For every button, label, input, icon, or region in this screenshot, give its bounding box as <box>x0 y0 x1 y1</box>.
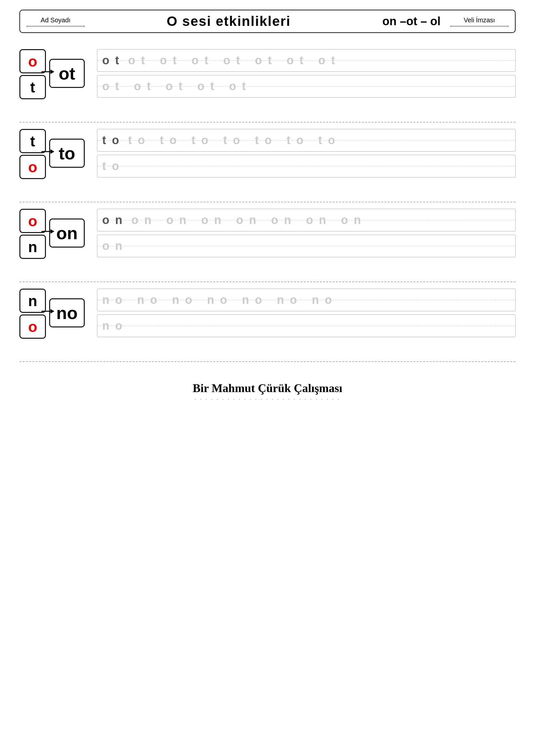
line-no-2: no <box>97 314 516 337</box>
separator-2 <box>19 202 516 202</box>
separator-3 <box>19 282 516 282</box>
tile-ot: ot <box>49 59 85 88</box>
lines-no: no no no no no no no no <box>97 289 516 337</box>
tile-no: no <box>49 298 85 327</box>
veli-label: Veli İmzası <box>450 16 508 24</box>
tile-on: on <box>49 219 85 248</box>
section-no: n o no no no no no no no no no <box>19 289 516 348</box>
lines-to: to to to to to to to to to <box>97 129 516 177</box>
line-on-1-traced: on on on on on on on <box>131 213 367 227</box>
tile-to: to <box>49 139 85 168</box>
line-to-2-traced: to <box>102 159 125 173</box>
line-on-2-traced: on <box>102 239 128 253</box>
arrow-on <box>42 227 54 236</box>
line-ot-1-solid: ot <box>102 54 125 67</box>
line-on-1: on on on on on on on on <box>97 209 516 231</box>
ad-soyadi-label: Ad Soyadı <box>27 16 85 24</box>
line-ot-2: ot ot ot ot ot <box>97 75 516 97</box>
line-ot-1-traced: ot ot ot ot ot ot ot <box>128 54 341 67</box>
section-to: t o to to to to to to to to to to <box>19 129 516 189</box>
line-no-1: no no no no no no no <box>97 289 516 311</box>
line-no-1-traced: no no no no no no no <box>102 293 338 307</box>
puzzle-no: n o no <box>19 289 87 348</box>
line-to-1: to to to to to to to to <box>97 129 516 151</box>
puzzle-on: o n on <box>19 209 87 269</box>
svg-marker-3 <box>50 149 54 154</box>
ad-soyadi-dots <box>27 25 85 26</box>
separator-1 <box>19 122 516 122</box>
section-on: o n on on on on on on on on on on <box>19 209 516 269</box>
footer-text: Bir Mahmut Çürük Çalışması <box>19 381 516 395</box>
svg-marker-7 <box>50 309 54 313</box>
veli-imza: Veli İmzası <box>450 16 508 26</box>
line-on-1-solid: on <box>102 213 128 227</box>
header-left: Ad Soyadı <box>27 16 85 26</box>
line-no-2-traced: no <box>102 319 128 333</box>
tile-t-bottom: t <box>19 75 46 99</box>
line-to-1-solid: to <box>102 133 125 147</box>
page-header: Ad Soyadı O sesi etkinlikleri on –ot – o… <box>19 10 516 33</box>
separator-4 <box>19 361 516 362</box>
line-to-2: to <box>97 155 516 177</box>
section-ot: o t ot ot ot ot ot ot ot ot ot ot ot ot … <box>19 49 516 109</box>
line-to-1-traced: to to to to to to to <box>128 133 341 147</box>
arrow-no <box>42 307 54 316</box>
tile-o-no-bottom: o <box>19 314 46 339</box>
puzzle-ot: o t ot <box>19 49 87 109</box>
line-ot-1: ot ot ot ot ot ot ot ot <box>97 49 516 72</box>
veli-dots <box>450 25 508 26</box>
svg-marker-1 <box>50 69 54 74</box>
footer: Bir Mahmut Çürük Çalışması · · · · · · ·… <box>19 381 516 403</box>
lines-ot: ot ot ot ot ot ot ot ot ot ot ot ot ot <box>97 49 516 97</box>
svg-marker-5 <box>50 229 54 234</box>
lines-on: on on on on on on on on on <box>97 209 516 257</box>
header-title: O sesi etkinlikleri <box>85 14 373 29</box>
arrow-to <box>42 147 54 156</box>
footer-sub: · · · · · · · · · · · · · · · · · · · · … <box>19 396 516 403</box>
arrow-ot <box>42 67 54 77</box>
tile-n-bottom: n <box>19 235 46 259</box>
line-on-2: on <box>97 235 516 257</box>
puzzle-to: t o to <box>19 129 87 189</box>
line-ot-2-traced: ot ot ot ot ot <box>102 79 252 93</box>
header-subtitle: on –ot – ol <box>382 14 440 28</box>
tile-o-bottom: o <box>19 155 46 179</box>
